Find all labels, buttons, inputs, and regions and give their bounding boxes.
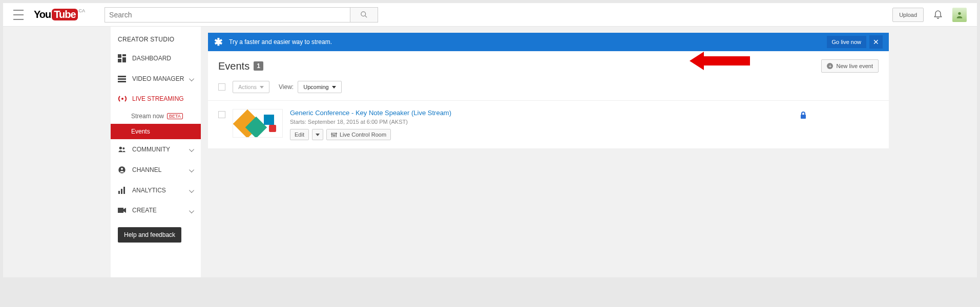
sidebar-label: ANALYTICS bbox=[132, 187, 166, 194]
svg-rect-15 bbox=[118, 191, 120, 194]
new-live-event-button[interactable]: + New live event bbox=[821, 59, 879, 73]
equalizer-icon bbox=[331, 132, 337, 138]
video-manager-icon bbox=[118, 75, 128, 83]
svg-rect-18 bbox=[118, 208, 123, 213]
actions-dropdown[interactable]: Actions bbox=[233, 81, 269, 93]
privacy-lock-icon bbox=[800, 111, 807, 121]
sidebar-title: CREATOR STUDIO bbox=[111, 27, 201, 48]
stream-promo-banner: ✱ Try a faster and easier way to stream.… bbox=[208, 33, 889, 51]
live-control-room-button[interactable]: Live Control Room bbox=[326, 129, 391, 140]
create-icon bbox=[118, 207, 128, 214]
svg-rect-21 bbox=[333, 133, 335, 137]
go-live-now-button[interactable]: Go live now bbox=[827, 36, 866, 48]
svg-rect-9 bbox=[118, 81, 126, 82]
avatar-icon bbox=[955, 11, 964, 19]
sidebar-label: VIDEO MANAGER bbox=[132, 75, 184, 82]
sidebar-label: DASHBOARD bbox=[132, 55, 171, 62]
event-thumbnail[interactable] bbox=[233, 109, 283, 138]
sidebar-sub-stream-now[interactable]: Stream now BETA bbox=[111, 108, 201, 124]
page-title: Events bbox=[218, 60, 249, 72]
svg-rect-5 bbox=[122, 57, 126, 62]
upload-button[interactable]: Upload bbox=[892, 8, 924, 22]
svg-point-2 bbox=[958, 12, 961, 14]
svg-rect-17 bbox=[123, 187, 125, 194]
asterisk-icon: ✱ bbox=[214, 36, 223, 48]
svg-point-11 bbox=[119, 147, 122, 149]
sidebar-item-analytics[interactable]: ANALYTICS bbox=[111, 180, 201, 201]
svg-point-14 bbox=[121, 168, 123, 170]
view-label: View: bbox=[279, 83, 294, 91]
sidebar-item-video-manager[interactable]: VIDEO MANAGER bbox=[111, 69, 201, 89]
sidebar-item-live-streaming[interactable]: LIVE STREAMING bbox=[111, 89, 201, 108]
actions-label: Actions bbox=[238, 84, 257, 90]
youtube-logo[interactable]: YouTube CA bbox=[34, 9, 84, 20]
hamburger-menu-button[interactable] bbox=[13, 10, 24, 20]
help-feedback-button[interactable]: Help and feedback bbox=[118, 227, 181, 243]
creator-studio-sidebar: CREATOR STUDIO DASHBOARD VIDEO MANAGER L… bbox=[111, 27, 201, 277]
svg-rect-4 bbox=[122, 54, 126, 56]
view-value: Upcoming bbox=[303, 84, 329, 90]
region-code: CA bbox=[79, 8, 86, 13]
banner-close-button[interactable]: ✕ bbox=[869, 35, 883, 49]
main-content: ✱ Try a faster and easier way to stream.… bbox=[201, 27, 895, 277]
view-filter-dropdown[interactable]: Upcoming bbox=[298, 81, 342, 93]
notifications-button[interactable] bbox=[933, 9, 943, 20]
svg-point-0 bbox=[361, 12, 366, 16]
new-event-label: New live event bbox=[836, 63, 873, 69]
banner-text: Try a faster and easier way to stream. bbox=[229, 38, 332, 46]
sidebar-label: COMMUNITY bbox=[132, 146, 170, 153]
events-panel: Events 1 + New live event Actions View: bbox=[208, 51, 889, 148]
event-checkbox[interactable] bbox=[218, 111, 225, 118]
chevron-down-icon bbox=[316, 134, 320, 136]
chevron-down-icon bbox=[260, 86, 264, 89]
svg-rect-23 bbox=[331, 134, 333, 135]
dashboard-icon bbox=[118, 54, 128, 62]
channel-icon bbox=[118, 166, 128, 174]
select-all-checkbox[interactable] bbox=[218, 83, 225, 91]
sidebar-label: LIVE STREAMING bbox=[132, 95, 184, 102]
community-icon bbox=[118, 145, 128, 154]
close-icon: ✕ bbox=[873, 38, 879, 46]
svg-rect-26 bbox=[801, 115, 806, 119]
plus-circle-icon: + bbox=[827, 63, 833, 69]
lcr-label: Live Control Room bbox=[340, 131, 386, 138]
svg-point-10 bbox=[121, 98, 123, 100]
svg-rect-16 bbox=[121, 189, 122, 194]
edit-event-button[interactable]: Edit bbox=[290, 129, 309, 140]
search-icon bbox=[360, 11, 368, 18]
sidebar-item-dashboard[interactable]: DASHBOARD bbox=[111, 48, 201, 69]
svg-rect-7 bbox=[118, 76, 126, 77]
beta-badge: BETA bbox=[167, 113, 183, 119]
sidebar-item-create[interactable]: CREATE bbox=[111, 201, 201, 220]
sidebar-label: CREATE bbox=[132, 207, 157, 214]
svg-rect-24 bbox=[333, 135, 335, 136]
event-title-link[interactable]: Generic Conference - Key Note Speaker (L… bbox=[290, 109, 800, 117]
sidebar-label: CHANNEL bbox=[132, 166, 161, 173]
svg-line-1 bbox=[365, 15, 367, 17]
sidebar-sub-events[interactable]: Events bbox=[111, 124, 201, 139]
svg-rect-25 bbox=[335, 133, 337, 134]
live-icon bbox=[118, 95, 128, 102]
sidebar-sub-label: Events bbox=[131, 128, 150, 135]
sidebar-sub-label: Stream now bbox=[131, 113, 164, 120]
edit-dropdown-button[interactable] bbox=[312, 129, 323, 140]
sidebar-item-channel[interactable]: CHANNEL bbox=[111, 160, 201, 180]
sidebar-item-community[interactable]: COMMUNITY bbox=[111, 139, 201, 160]
event-row: Generic Conference - Key Note Speaker (L… bbox=[208, 100, 889, 148]
svg-marker-19 bbox=[123, 208, 126, 213]
svg-point-12 bbox=[122, 147, 124, 149]
chevron-down-icon bbox=[332, 86, 336, 89]
svg-rect-20 bbox=[331, 133, 332, 137]
svg-rect-3 bbox=[118, 54, 121, 58]
event-start-time: Starts: September 18, 2015 at 6:00 PM (A… bbox=[290, 119, 800, 125]
analytics-icon bbox=[118, 186, 128, 194]
top-bar: YouTube CA Upload bbox=[3, 3, 977, 27]
account-avatar[interactable] bbox=[952, 8, 967, 22]
events-toolbar: Actions View: Upcoming bbox=[208, 81, 889, 100]
events-count-badge: 1 bbox=[254, 61, 263, 71]
search-input[interactable] bbox=[105, 7, 350, 23]
bell-icon bbox=[933, 9, 943, 19]
search-button[interactable] bbox=[350, 7, 378, 23]
svg-rect-8 bbox=[118, 78, 126, 80]
svg-rect-6 bbox=[118, 59, 121, 62]
